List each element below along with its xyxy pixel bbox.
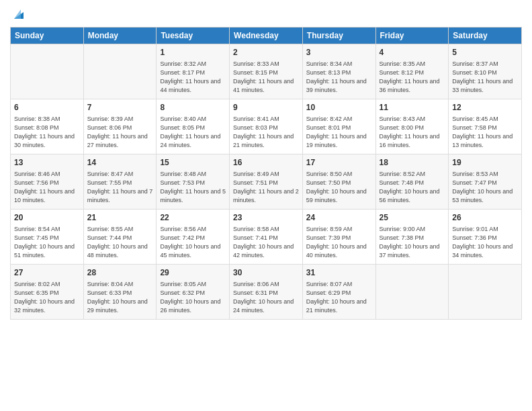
day-content: Sunrise: 8:41 AM Sunset: 8:03 PM Dayligh… xyxy=(233,115,299,150)
weekday-header: Wednesday xyxy=(230,28,303,44)
day-number: 8 xyxy=(160,102,226,113)
day-content: Sunrise: 8:48 AM Sunset: 7:53 PM Dayligh… xyxy=(160,170,226,205)
day-content: Sunrise: 8:07 AM Sunset: 6:29 PM Dayligh… xyxy=(306,280,372,315)
day-content: Sunrise: 8:06 AM Sunset: 6:31 PM Dayligh… xyxy=(233,280,299,315)
day-number: 7 xyxy=(87,102,153,113)
calendar-cell: 8Sunrise: 8:40 AM Sunset: 8:05 PM Daylig… xyxy=(157,99,230,154)
day-content: Sunrise: 8:53 AM Sunset: 7:47 PM Dayligh… xyxy=(452,170,518,205)
day-content: Sunrise: 8:47 AM Sunset: 7:55 PM Dayligh… xyxy=(87,170,153,205)
calendar-cell: 23Sunrise: 8:58 AM Sunset: 7:41 PM Dayli… xyxy=(230,210,303,265)
day-number: 5 xyxy=(452,47,518,58)
calendar-table: SundayMondayTuesdayWednesdayThursdayFrid… xyxy=(10,27,522,320)
day-content: Sunrise: 8:34 AM Sunset: 8:13 PM Dayligh… xyxy=(306,60,372,95)
day-number: 25 xyxy=(380,212,445,224)
day-number: 26 xyxy=(452,212,518,224)
weekday-header: Monday xyxy=(83,28,157,44)
svg-marker-1 xyxy=(14,9,21,19)
day-content: Sunrise: 8:55 AM Sunset: 7:44 PM Dayligh… xyxy=(87,225,153,260)
calendar-cell: 10Sunrise: 8:42 AM Sunset: 8:01 PM Dayli… xyxy=(302,99,375,154)
day-number: 11 xyxy=(380,102,445,113)
day-content: Sunrise: 8:52 AM Sunset: 7:48 PM Dayligh… xyxy=(380,170,445,205)
day-content: Sunrise: 8:04 AM Sunset: 6:33 PM Dayligh… xyxy=(87,280,153,315)
calendar-cell: 6Sunrise: 8:38 AM Sunset: 8:08 PM Daylig… xyxy=(11,99,84,154)
day-number: 14 xyxy=(87,157,153,169)
day-number: 20 xyxy=(14,212,80,224)
calendar-cell: 25Sunrise: 9:00 AM Sunset: 7:38 PM Dayli… xyxy=(375,210,449,265)
day-content: Sunrise: 8:05 AM Sunset: 6:32 PM Dayligh… xyxy=(160,280,226,315)
header xyxy=(10,7,522,21)
day-content: Sunrise: 8:54 AM Sunset: 7:45 PM Dayligh… xyxy=(14,225,80,260)
day-number: 2 xyxy=(233,47,299,58)
day-content: Sunrise: 8:45 AM Sunset: 7:58 PM Dayligh… xyxy=(452,115,518,150)
calendar-cell: 21Sunrise: 8:55 AM Sunset: 7:44 PM Dayli… xyxy=(83,210,157,265)
calendar-week-row: 13Sunrise: 8:46 AM Sunset: 7:56 PM Dayli… xyxy=(11,154,522,210)
day-number: 15 xyxy=(160,157,226,169)
calendar-cell: 3Sunrise: 8:34 AM Sunset: 8:13 PM Daylig… xyxy=(302,44,375,99)
day-number: 19 xyxy=(452,157,518,169)
day-number: 30 xyxy=(233,267,299,279)
day-content: Sunrise: 8:33 AM Sunset: 8:15 PM Dayligh… xyxy=(233,60,299,95)
day-number: 3 xyxy=(306,47,372,58)
day-content: Sunrise: 8:50 AM Sunset: 7:50 PM Dayligh… xyxy=(306,170,372,205)
day-number: 31 xyxy=(306,267,372,279)
calendar-cell: 26Sunrise: 9:01 AM Sunset: 7:36 PM Dayli… xyxy=(449,210,522,265)
page: SundayMondayTuesdayWednesdayThursdayFrid… xyxy=(0,0,532,411)
calendar-cell: 17Sunrise: 8:50 AM Sunset: 7:50 PM Dayli… xyxy=(302,154,375,210)
calendar-week-row: 20Sunrise: 8:54 AM Sunset: 7:45 PM Dayli… xyxy=(11,210,522,265)
day-number: 13 xyxy=(14,157,80,169)
logo xyxy=(10,7,26,21)
day-content: Sunrise: 8:43 AM Sunset: 8:00 PM Dayligh… xyxy=(380,115,445,150)
day-content: Sunrise: 8:38 AM Sunset: 8:08 PM Dayligh… xyxy=(14,115,80,150)
day-content: Sunrise: 8:46 AM Sunset: 7:56 PM Dayligh… xyxy=(14,170,80,205)
weekday-header: Tuesday xyxy=(157,28,230,44)
day-number: 23 xyxy=(233,212,299,224)
day-number: 16 xyxy=(233,157,299,169)
day-number: 17 xyxy=(306,157,372,169)
calendar-week-row: 1Sunrise: 8:32 AM Sunset: 8:17 PM Daylig… xyxy=(11,44,522,99)
day-content: Sunrise: 8:59 AM Sunset: 7:39 PM Dayligh… xyxy=(306,225,372,260)
calendar-cell: 31Sunrise: 8:07 AM Sunset: 6:29 PM Dayli… xyxy=(302,265,375,320)
calendar-header-row: SundayMondayTuesdayWednesdayThursdayFrid… xyxy=(11,28,522,44)
calendar-cell: 18Sunrise: 8:52 AM Sunset: 7:48 PM Dayli… xyxy=(375,154,449,210)
day-number: 12 xyxy=(452,102,518,113)
calendar-cell: 27Sunrise: 8:02 AM Sunset: 6:35 PM Dayli… xyxy=(11,265,84,320)
day-content: Sunrise: 8:40 AM Sunset: 8:05 PM Dayligh… xyxy=(160,115,226,150)
day-number: 6 xyxy=(14,102,80,113)
day-number: 1 xyxy=(160,47,226,58)
day-number: 18 xyxy=(380,157,445,169)
calendar-cell: 13Sunrise: 8:46 AM Sunset: 7:56 PM Dayli… xyxy=(11,154,84,210)
calendar-cell xyxy=(449,265,522,320)
day-content: Sunrise: 8:42 AM Sunset: 8:01 PM Dayligh… xyxy=(306,115,372,150)
calendar-cell: 30Sunrise: 8:06 AM Sunset: 6:31 PM Dayli… xyxy=(230,265,303,320)
weekday-header: Sunday xyxy=(11,28,84,44)
day-number: 27 xyxy=(14,267,80,279)
calendar-cell: 16Sunrise: 8:49 AM Sunset: 7:51 PM Dayli… xyxy=(230,154,303,210)
day-content: Sunrise: 8:35 AM Sunset: 8:12 PM Dayligh… xyxy=(380,60,445,95)
calendar-week-row: 27Sunrise: 8:02 AM Sunset: 6:35 PM Dayli… xyxy=(11,265,522,320)
calendar-cell: 24Sunrise: 8:59 AM Sunset: 7:39 PM Dayli… xyxy=(302,210,375,265)
day-number: 9 xyxy=(233,102,299,113)
day-number: 22 xyxy=(160,212,226,224)
calendar-cell: 9Sunrise: 8:41 AM Sunset: 8:03 PM Daylig… xyxy=(230,99,303,154)
calendar-cell: 14Sunrise: 8:47 AM Sunset: 7:55 PM Dayli… xyxy=(83,154,157,210)
day-content: Sunrise: 9:01 AM Sunset: 7:36 PM Dayligh… xyxy=(452,225,518,260)
day-number: 24 xyxy=(306,212,372,224)
day-content: Sunrise: 8:58 AM Sunset: 7:41 PM Dayligh… xyxy=(233,225,299,260)
day-content: Sunrise: 9:00 AM Sunset: 7:38 PM Dayligh… xyxy=(380,225,445,260)
day-content: Sunrise: 8:49 AM Sunset: 7:51 PM Dayligh… xyxy=(233,170,299,205)
calendar-cell xyxy=(11,44,84,99)
day-number: 21 xyxy=(87,212,153,224)
calendar-cell: 20Sunrise: 8:54 AM Sunset: 7:45 PM Dayli… xyxy=(11,210,84,265)
day-content: Sunrise: 8:37 AM Sunset: 8:10 PM Dayligh… xyxy=(452,60,518,95)
weekday-header: Thursday xyxy=(302,28,375,44)
day-number: 10 xyxy=(306,102,372,113)
day-content: Sunrise: 8:32 AM Sunset: 8:17 PM Dayligh… xyxy=(160,60,226,95)
calendar-cell xyxy=(83,44,157,99)
day-content: Sunrise: 8:56 AM Sunset: 7:42 PM Dayligh… xyxy=(160,225,226,260)
calendar-cell: 15Sunrise: 8:48 AM Sunset: 7:53 PM Dayli… xyxy=(157,154,230,210)
calendar-cell: 7Sunrise: 8:39 AM Sunset: 8:06 PM Daylig… xyxy=(83,99,157,154)
calendar-cell: 11Sunrise: 8:43 AM Sunset: 8:00 PM Dayli… xyxy=(375,99,449,154)
calendar-cell: 5Sunrise: 8:37 AM Sunset: 8:10 PM Daylig… xyxy=(449,44,522,99)
logo-icon xyxy=(11,7,26,21)
calendar-cell: 29Sunrise: 8:05 AM Sunset: 6:32 PM Dayli… xyxy=(157,265,230,320)
